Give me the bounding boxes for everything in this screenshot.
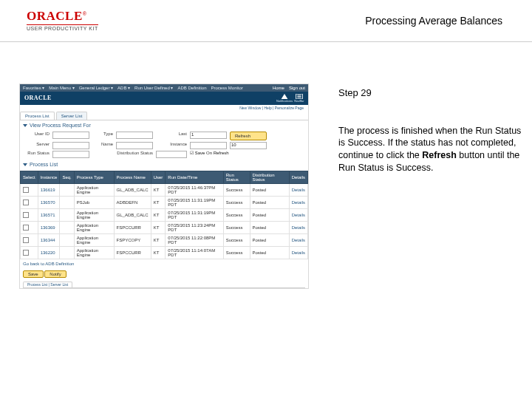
signout-link[interactable]: Sign out — [289, 86, 305, 90]
navbar-icon[interactable]: NavBar — [295, 94, 304, 103]
label-user: User ID — [23, 132, 50, 140]
table-cell: Success — [223, 184, 250, 197]
screenshot-pane: Favorites ▾ Main Menu ▾ General Ledger ▾… — [0, 42, 330, 289]
crumb-favorites[interactable]: Favorites ▾ — [23, 86, 44, 90]
row-checkbox[interactable] — [23, 250, 29, 256]
tab-server-list[interactable]: Server List — [56, 112, 88, 120]
input-instance-to[interactable]: 10 — [230, 142, 267, 149]
crumb-main-menu[interactable]: Main Menu ▾ — [49, 86, 74, 90]
table-cell: Posted — [250, 222, 289, 234]
row-checkbox[interactable] — [23, 237, 29, 243]
app-bar: ORACLE Notifications NavBar — [20, 92, 308, 105]
crumb-gl[interactable]: General Ledger ▾ — [79, 86, 113, 90]
brand-logo: ORACLE — [24, 95, 52, 101]
table-cell: Posted — [250, 197, 289, 209]
table-cell: ADBDEFN — [114, 197, 151, 209]
table-cell — [60, 197, 74, 209]
table-cell: Application Engine — [74, 247, 114, 259]
label-last: Last — [156, 132, 187, 140]
row-checkbox[interactable] — [23, 225, 29, 231]
table-cell[interactable] — [21, 247, 38, 259]
input-type[interactable] — [116, 132, 153, 139]
home-link[interactable]: Home — [273, 86, 284, 90]
th-seq: Seq. — [60, 171, 74, 184]
table-row: 136570PSJobADBDEFNKT07/25/2015 11:31:19P… — [21, 197, 308, 209]
row-checkbox[interactable] — [23, 187, 29, 193]
crumb-run[interactable]: Run User Defined ▾ — [134, 86, 173, 90]
save-on-refresh-check[interactable]: ☑ Save On Refresh — [190, 151, 267, 158]
table-cell[interactable] — [21, 234, 38, 247]
table-cell[interactable] — [21, 222, 38, 234]
table-cell: 07/25/2015 11:23:24PM PDT — [166, 222, 223, 234]
th-user: User — [151, 171, 166, 184]
table-cell: FSPCCURR — [114, 247, 151, 259]
row-checkbox[interactable] — [23, 200, 29, 205]
table-cell: PSJob — [74, 197, 114, 209]
tab-process-list[interactable]: Process List — [20, 112, 55, 120]
table-cell[interactable]: Details — [289, 184, 307, 197]
table-cell: Success — [223, 197, 250, 209]
table-cell: Posted — [250, 234, 289, 247]
page: ORACLE® USER PRODUCTIVITY KIT Processing… — [0, 0, 532, 399]
table-row: 136220Application EngineFSPCCURRKT07/25/… — [21, 247, 308, 259]
table-cell: Success — [223, 222, 250, 234]
input-server[interactable] — [52, 142, 89, 149]
table-cell: KT — [151, 209, 166, 222]
label-dist-status: Distribution Status — [92, 151, 153, 158]
table-cell[interactable] — [21, 209, 38, 222]
table-cell: Application Engine — [74, 184, 114, 197]
table-cell[interactable]: Details — [289, 209, 307, 222]
input-dist-status[interactable] — [156, 151, 187, 158]
registered-icon: ® — [83, 11, 86, 16]
table-cell[interactable]: Details — [289, 197, 307, 209]
table-row: 136344Application EngineFSPYCOPYKT07/25/… — [21, 234, 308, 247]
table-cell — [60, 222, 74, 234]
instruction-text: The process is finished when the Run Sta… — [338, 125, 523, 175]
input-instance[interactable] — [190, 142, 227, 149]
table-row: 136369Application EngineFSPCCURRKT07/25/… — [21, 222, 308, 234]
table-cell: 136369 — [38, 222, 60, 234]
table-cell: KT — [151, 234, 166, 247]
oracle-logo-block: ORACLE® USER PRODUCTIVITY KIT — [27, 9, 98, 31]
th-instance: Instance — [38, 171, 60, 184]
table-cell — [60, 209, 74, 222]
footer-tabs[interactable]: Process List | Server List — [23, 282, 72, 287]
collapse-icon[interactable] — [23, 124, 27, 127]
input-name[interactable] — [116, 142, 153, 149]
table-cell: 136220 — [38, 247, 60, 259]
table-cell: GL_ADB_CALC — [114, 184, 151, 197]
label-type: Type — [92, 132, 113, 140]
row-checkbox[interactable] — [23, 212, 29, 218]
notifications-icon[interactable]: Notifications — [280, 94, 289, 103]
table-cell[interactable]: Details — [289, 234, 307, 247]
refresh-button[interactable]: Refresh — [230, 132, 267, 140]
step-number: Step 29 — [338, 86, 523, 100]
table-cell: 07/25/2015 11:22:08PM PDT — [166, 234, 223, 247]
notify-button[interactable]: Notify — [44, 270, 66, 278]
window-links[interactable]: New Window | Help | Personalize Page — [20, 105, 308, 112]
body: Favorites ▾ Main Menu ▾ General Ledger ▾… — [0, 42, 532, 289]
input-last[interactable]: 1 — [190, 132, 227, 139]
crumb-def[interactable]: ADB Definition — [177, 86, 206, 90]
save-button[interactable]: Save — [23, 270, 44, 278]
collapse-icon[interactable] — [23, 163, 27, 166]
table-cell: FSPYCOPY — [114, 234, 151, 247]
table-cell[interactable] — [21, 184, 38, 197]
table-cell: 136570 — [38, 197, 60, 209]
table-cell: Posted — [250, 247, 289, 259]
input-user[interactable] — [52, 132, 89, 139]
table-cell: KT — [151, 247, 166, 259]
crumb-adb[interactable]: ADB ▾ — [117, 86, 130, 90]
th-ptype: Process Type — [74, 171, 114, 184]
table-cell[interactable]: Details — [289, 247, 307, 259]
table-cell[interactable] — [21, 197, 38, 209]
breadcrumb-bar: Favorites ▾ Main Menu ▾ General Ledger ▾… — [20, 84, 308, 92]
crumb-monitor[interactable]: Process Monitor — [211, 86, 242, 90]
table-cell: Application Engine — [74, 234, 114, 247]
input-run-status[interactable] — [52, 151, 89, 158]
table-cell: Application Engine — [74, 222, 114, 234]
table-cell: KT — [151, 222, 166, 234]
process-list-heading: Process List — [20, 160, 308, 169]
go-back-link[interactable]: Go back to ADB Definition — [20, 259, 308, 268]
table-cell[interactable]: Details — [289, 222, 307, 234]
